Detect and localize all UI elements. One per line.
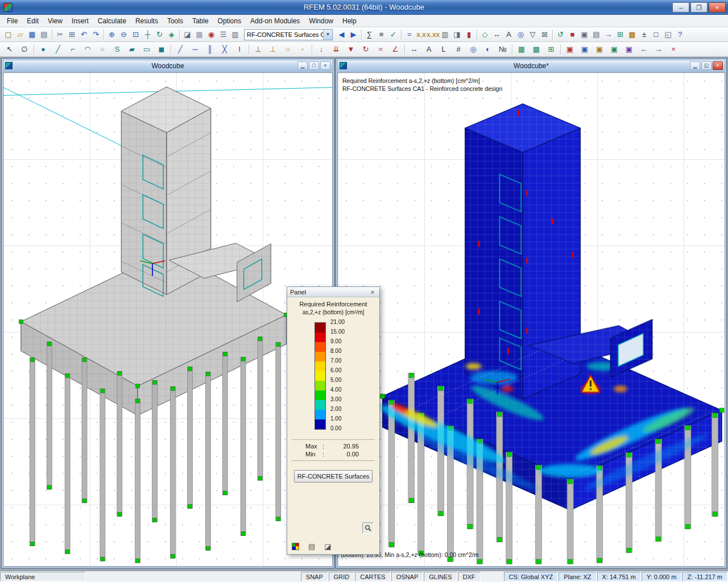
results-panel[interactable]: Panel × Required Reinforcement as,2,+z (…: [287, 286, 380, 555]
snap-toggle-icon[interactable]: ◉: [205, 29, 217, 40]
all-values-icon[interactable]: x.xx: [427, 29, 439, 40]
panel-toggle-icon[interactable]: ◨: [451, 29, 463, 40]
mesh-settings-icon[interactable]: ▩: [529, 44, 544, 55]
polyline-icon[interactable]: ⌐: [65, 44, 80, 55]
select-special-icon[interactable]: ∅: [17, 44, 32, 55]
child-close-button[interactable]: ×: [713, 61, 723, 70]
module-button[interactable]: RF-CONCRETE Surfaces: [294, 470, 373, 483]
filter-tab-icon[interactable]: ◪: [324, 542, 331, 551]
status-toggle[interactable]: GLINES: [424, 572, 457, 581]
spline-icon[interactable]: S: [110, 44, 125, 55]
hinge-icon[interactable]: ○: [280, 44, 295, 55]
check-icon[interactable]: ✓: [387, 29, 399, 40]
undo-icon[interactable]: ↶: [78, 29, 90, 40]
menu-item[interactable]: View: [43, 16, 67, 26]
line-load-icon[interactable]: ⇊: [329, 44, 344, 55]
circle-icon[interactable]: ○: [95, 44, 110, 55]
cascade-icon[interactable]: ◱: [662, 29, 674, 40]
show-results-icon[interactable]: ≈: [403, 29, 415, 40]
render-mode-icon[interactable]: ◪: [181, 29, 193, 40]
options-icon[interactable]: ±: [638, 29, 650, 40]
child-minimize-button[interactable]: ▁: [297, 61, 308, 70]
visibility-mode-icon[interactable]: ◎: [466, 44, 481, 55]
redo-icon[interactable]: ↷: [90, 29, 102, 40]
menu-item[interactable]: Table: [188, 16, 213, 26]
move-icon[interactable]: ◇: [479, 29, 491, 40]
nodal-load-icon[interactable]: ↓: [314, 44, 329, 55]
imperfection-icon[interactable]: ∠: [388, 44, 403, 55]
dimension-icon[interactable]: ↔: [491, 29, 503, 40]
zoom-in-icon[interactable]: ⊕: [106, 29, 118, 40]
menu-item[interactable]: Calculate: [93, 16, 131, 26]
rotate-view-icon[interactable]: ↻: [154, 29, 166, 40]
menu-item[interactable]: Results: [131, 16, 163, 26]
close-icon[interactable]: ×: [369, 288, 377, 296]
calculate-icon[interactable]: ∑: [363, 29, 375, 40]
arc-icon[interactable]: ◠: [80, 44, 95, 55]
panel-titlebar[interactable]: Panel ×: [287, 287, 379, 297]
mesh-refine-icon[interactable]: ⊞: [544, 44, 559, 55]
print-graphic-icon[interactable]: ▤: [590, 29, 602, 40]
child-close-button[interactable]: ×: [320, 61, 330, 70]
isometric-view-icon[interactable]: ◈: [166, 29, 177, 40]
temperature-load-icon[interactable]: ≈: [373, 44, 388, 55]
rf-dynam-icon[interactable]: ▣: [607, 44, 622, 55]
select-icon[interactable]: ↖: [2, 44, 17, 55]
result-values-icon[interactable]: x.x: [415, 29, 427, 40]
dimensions-icon[interactable]: ↔: [407, 44, 421, 55]
opening-icon[interactable]: ▭: [139, 44, 154, 55]
menu-item[interactable]: File: [2, 16, 22, 26]
help-icon[interactable]: ?: [674, 29, 686, 40]
truss-icon[interactable]: ╳: [217, 44, 232, 55]
grid-toggle-icon[interactable]: ▦: [193, 29, 205, 40]
model-window-titlebar[interactable]: Woodcube ▁ □ ×: [3, 60, 333, 72]
previous-case-icon[interactable]: ◀: [336, 29, 348, 40]
status-toggle[interactable]: DXF: [458, 572, 481, 581]
comment-icon[interactable]: A: [421, 44, 436, 55]
text-icon[interactable]: A: [503, 29, 515, 40]
zoom-window-icon[interactable]: ⊡: [130, 29, 142, 40]
renumber-icon[interactable]: #: [451, 44, 466, 55]
export-model-icon[interactable]: →: [651, 44, 666, 55]
rf-concrete-icon[interactable]: ▣: [562, 44, 577, 55]
measure-icon[interactable]: L: [436, 44, 451, 55]
results-viewport[interactable]: Required Reinforcement a-s,2,+z (bottom)…: [337, 72, 725, 567]
navigator-toggle-icon[interactable]: ☰: [217, 29, 229, 40]
results-window[interactable]: Woodcube* ▁ ◱ × Required Reinforcement a…: [336, 58, 727, 568]
pan-view-icon[interactable]: ┼: [142, 29, 154, 40]
release-icon[interactable]: ◦: [295, 44, 310, 55]
stop-icon[interactable]: ■: [566, 29, 578, 40]
color-scale-icon[interactable]: ▮: [463, 29, 475, 40]
menu-item[interactable]: Options: [213, 16, 246, 26]
rf-timber-icon[interactable]: ▣: [592, 44, 607, 55]
export-icon[interactable]: →: [602, 29, 614, 40]
line-support-icon[interactable]: ⊥: [266, 44, 280, 55]
model-view-3d[interactable]: [3, 73, 332, 566]
cut-icon[interactable]: ✂: [54, 29, 66, 40]
result-table-icon[interactable]: ▥: [439, 29, 451, 40]
section-icon[interactable]: I: [232, 44, 247, 55]
restore-button[interactable]: ❐: [690, 2, 708, 13]
member-icon[interactable]: ╱: [173, 44, 188, 55]
factors-tab-icon[interactable]: ▤: [308, 542, 315, 551]
model-window[interactable]: Woodcube ▁ □ ×: [1, 58, 334, 568]
open-model-icon[interactable]: ▱: [14, 29, 26, 40]
moment-load-icon[interactable]: ↻: [358, 44, 373, 55]
tables-toggle-icon[interactable]: ▥: [229, 29, 241, 40]
beam-icon[interactable]: ─: [188, 44, 202, 55]
node-icon[interactable]: ●: [36, 44, 51, 55]
new-model-icon[interactable]: ▢: [2, 29, 14, 40]
model-viewport[interactable]: [3, 72, 333, 567]
menu-item[interactable]: Insert: [67, 16, 93, 26]
status-toggle[interactable]: GRID: [329, 572, 355, 581]
partial-view-icon[interactable]: ◐: [481, 44, 495, 55]
results-window-titlebar[interactable]: Woodcube* ▁ ◱ ×: [337, 60, 725, 72]
rib-icon[interactable]: ║: [202, 44, 217, 55]
import-icon[interactable]: ←: [636, 44, 651, 55]
filter-icon[interactable]: ▽: [527, 29, 539, 40]
minimize-button[interactable]: –: [672, 2, 689, 13]
close-all-icon[interactable]: ×: [666, 44, 681, 55]
rf-steel-icon[interactable]: ▣: [577, 44, 592, 55]
modules-icon[interactable]: ⊞: [614, 29, 626, 40]
color-spectrum-tab-icon[interactable]: [292, 543, 299, 550]
